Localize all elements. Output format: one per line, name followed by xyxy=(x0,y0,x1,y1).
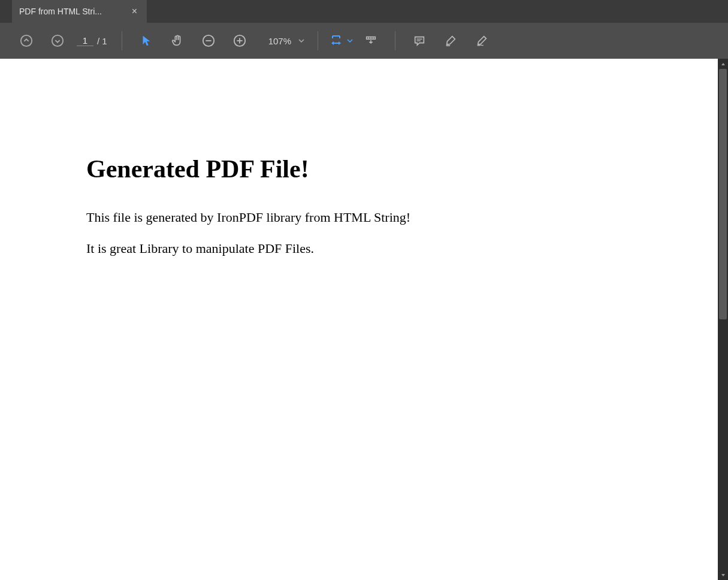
document-paragraph: It is great Library to manipulate PDF Fi… xyxy=(86,241,718,256)
zoom-level-dropdown[interactable]: 107% xyxy=(255,36,309,46)
scroll-track[interactable] xyxy=(718,69,728,570)
read-mode-icon xyxy=(364,34,377,47)
close-tab-icon[interactable]: × xyxy=(129,6,140,17)
pointer-icon xyxy=(140,34,153,47)
comment-button[interactable] xyxy=(406,28,433,54)
highlight-button[interactable] xyxy=(437,28,464,54)
pdf-page: Generated PDF File! This file is generat… xyxy=(0,59,718,256)
minus-icon xyxy=(202,34,215,47)
arrow-up-icon xyxy=(20,34,33,47)
sign-button[interactable] xyxy=(469,28,495,54)
toolbar-divider xyxy=(318,31,318,50)
svg-point-0 xyxy=(21,35,32,46)
toolbar-divider xyxy=(122,31,122,50)
tab-bar: PDF from HTML Stri... × xyxy=(0,0,728,23)
page-down-button[interactable] xyxy=(44,28,71,54)
highlight-icon xyxy=(444,34,457,47)
hand-icon xyxy=(171,34,184,47)
document-heading: Generated PDF File! xyxy=(86,155,718,183)
chevron-down-icon xyxy=(298,39,304,43)
page-nav-group: / 1 xyxy=(11,23,113,59)
zoom-group: 107% xyxy=(193,23,309,59)
annotation-group xyxy=(404,23,497,59)
document-tab[interactable]: PDF from HTML Stri... × xyxy=(12,0,147,23)
svg-point-1 xyxy=(52,35,63,46)
pointer-tool-button[interactable] xyxy=(133,28,159,54)
scroll-up-icon[interactable] xyxy=(718,59,728,69)
scroll-down-icon[interactable] xyxy=(718,570,728,580)
comment-icon xyxy=(413,34,426,47)
tab-title: PDF from HTML Stri... xyxy=(19,7,102,16)
page-number-input[interactable] xyxy=(77,35,93,46)
document-paragraph: This file is generated by IronPDF librar… xyxy=(86,210,718,225)
fit-group xyxy=(327,23,386,59)
fit-width-button[interactable] xyxy=(327,34,355,48)
zoom-level-label: 107% xyxy=(268,36,291,46)
page-up-button[interactable] xyxy=(13,28,40,54)
toolbar-divider xyxy=(395,31,395,50)
scroll-thumb[interactable] xyxy=(719,69,727,319)
hand-tool-button[interactable] xyxy=(164,28,191,54)
zoom-in-button[interactable] xyxy=(226,28,253,54)
sign-icon xyxy=(475,34,488,47)
document-viewport[interactable]: Generated PDF File! This file is generat… xyxy=(0,59,718,580)
select-tools-group xyxy=(131,23,193,59)
arrow-down-icon xyxy=(51,34,64,47)
toolbar: / 1 107% xyxy=(0,23,728,59)
page-total-label: / 1 xyxy=(97,36,107,46)
read-mode-button[interactable] xyxy=(358,28,384,54)
zoom-out-button[interactable] xyxy=(195,28,222,54)
chevron-down-icon xyxy=(347,39,353,43)
vertical-scrollbar[interactable] xyxy=(718,59,728,580)
fit-width-icon xyxy=(329,34,343,48)
plus-icon xyxy=(233,34,246,47)
